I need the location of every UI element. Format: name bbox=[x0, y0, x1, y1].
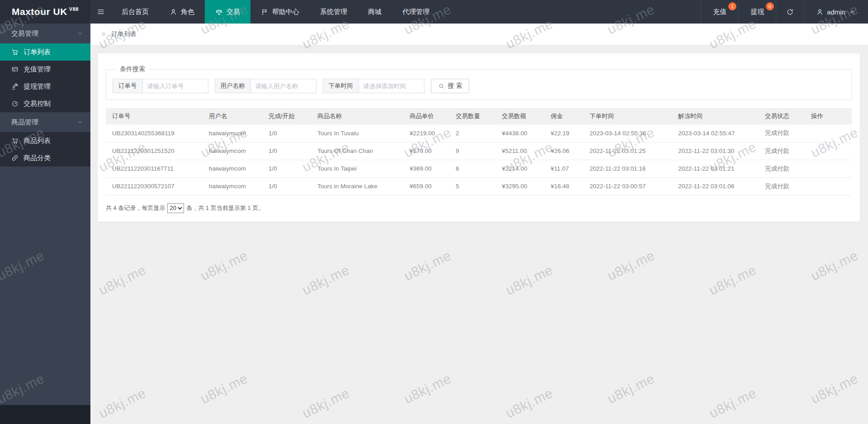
nav-item-label: 后台首页 bbox=[122, 8, 149, 16]
nav-item-系统管理[interactable]: 系统管理 bbox=[310, 0, 358, 24]
table-cell: 2022-11-22 03:01:06 bbox=[672, 177, 759, 195]
watermark: u8kj.me bbox=[401, 248, 454, 284]
table-cell: 2 bbox=[449, 124, 495, 142]
refresh-icon bbox=[786, 8, 794, 16]
scales-icon bbox=[215, 8, 223, 16]
table-cell bbox=[805, 177, 852, 195]
flag-icon bbox=[261, 8, 269, 16]
table-cell: 完成付款 bbox=[759, 177, 805, 195]
column-header: 完成/开始 bbox=[262, 108, 311, 124]
search-input-下单时间[interactable] bbox=[359, 79, 425, 93]
search-input-订单号[interactable] bbox=[142, 79, 208, 93]
watermark: u8kj.me bbox=[300, 385, 352, 421]
top-bar: Maxtour UKV88 后台首页角色交易帮助中心系统管理商城代理管理 充值 … bbox=[0, 0, 868, 24]
table-row: UB2211220301251520haiwaiymcom1/0Tours Of… bbox=[106, 142, 852, 160]
table-cell: ¥5211.00 bbox=[495, 142, 544, 160]
top-nav: 后台首页角色交易帮助中心系统管理商城代理管理 bbox=[111, 0, 440, 24]
cart-icon bbox=[11, 137, 19, 144]
sidebar-item-充值管理[interactable]: 充值管理 bbox=[0, 61, 90, 78]
app-logo: Maxtour UKV88 bbox=[0, 0, 90, 24]
sidebar-item-label: 充值管理 bbox=[24, 65, 51, 74]
sidebar-footer bbox=[0, 405, 90, 424]
table-cell: Tours Of Chan Chan bbox=[311, 142, 403, 160]
pagination-suffix: 条，共 1 页当前显示第 1 页。 bbox=[186, 204, 264, 212]
sidebar-item-商品分类[interactable]: 商品分类 bbox=[0, 149, 90, 167]
table-cell: haiwaiymcom bbox=[203, 142, 262, 160]
double-chevron-icon bbox=[100, 31, 107, 38]
table-cell: ¥3295.00 bbox=[495, 177, 544, 195]
gavel-icon bbox=[11, 83, 19, 90]
watermark: u8kj.me bbox=[401, 371, 454, 407]
search-button-label: 搜 索 bbox=[448, 82, 462, 90]
search-panel-title: 条件搜索 bbox=[116, 65, 149, 73]
watermark: u8kj.me bbox=[198, 248, 250, 284]
table-cell: haiwaiymcom bbox=[203, 124, 262, 142]
table-cell: UB2303140255368119 bbox=[106, 124, 203, 142]
search-icon bbox=[438, 83, 445, 90]
search-row: 订单号用户名称下单时间 搜 索 bbox=[113, 79, 845, 93]
watermark: u8kj.me bbox=[198, 371, 250, 407]
table-cell: 6 bbox=[449, 160, 495, 177]
table-cell: ¥369.00 bbox=[403, 160, 449, 177]
table-cell: 2022-11-22 03:00:57 bbox=[583, 177, 672, 195]
per-page-select[interactable]: 20 bbox=[167, 203, 184, 213]
table-cell: UB2211220300572107 bbox=[106, 177, 203, 195]
nav-item-后台首页[interactable]: 后台首页 bbox=[111, 0, 159, 24]
nav-item-角色[interactable]: 角色 bbox=[159, 0, 205, 24]
sidebar-item-提现管理[interactable]: 提现管理 bbox=[0, 78, 90, 95]
watermark: u8kj.me bbox=[707, 385, 759, 421]
table-cell: 1/0 bbox=[262, 177, 311, 195]
chevron-up-icon bbox=[849, 8, 856, 16]
card-icon bbox=[11, 66, 19, 73]
watermark: u8kj.me bbox=[96, 385, 149, 421]
refresh-button[interactable] bbox=[776, 0, 804, 24]
nav-item-label: 交易 bbox=[226, 8, 240, 16]
nav-item-label: 帮助中心 bbox=[272, 8, 299, 16]
link-icon bbox=[11, 154, 19, 162]
table-cell: haiwaiymcom bbox=[203, 177, 262, 195]
page-title: 订单列表 bbox=[111, 30, 137, 38]
content-card: 条件搜索 订单号用户名称下单时间 搜 索 订单号用户名完成/开始商品名称商品单价… bbox=[98, 53, 860, 222]
nav-item-商城[interactable]: 商城 bbox=[358, 0, 392, 24]
user-menu[interactable]: admin bbox=[804, 0, 868, 24]
nav-item-代理管理[interactable]: 代理管理 bbox=[392, 0, 440, 24]
column-header: 交易数额 bbox=[495, 108, 544, 124]
sidebar-item-商品列表[interactable]: 商品列表 bbox=[0, 132, 90, 149]
table-cell: haiwaiymcom bbox=[203, 160, 262, 177]
nav-item-label: 系统管理 bbox=[320, 8, 347, 16]
sidebar-item-交易控制[interactable]: 交易控制 bbox=[0, 95, 90, 112]
sidebar-group-商品管理[interactable]: 商品管理 bbox=[0, 112, 90, 132]
withdraw-badge: 0 bbox=[766, 2, 774, 10]
nav-item-帮助中心[interactable]: 帮助中心 bbox=[250, 0, 310, 24]
table-cell: 完成付款 bbox=[759, 124, 805, 142]
table-cell: ¥2219.00 bbox=[403, 124, 449, 142]
sidebar-group-label: 商品管理 bbox=[11, 118, 38, 127]
column-header: 交易状态 bbox=[759, 108, 805, 124]
username: admin bbox=[827, 8, 845, 16]
nav-item-交易[interactable]: 交易 bbox=[205, 0, 250, 24]
table-cell: 5 bbox=[449, 177, 495, 195]
table-cell: 完成付款 bbox=[759, 160, 805, 177]
logo-version: V88 bbox=[69, 6, 79, 12]
withdraw-button[interactable]: 提现 0 bbox=[738, 0, 776, 24]
table-cell bbox=[805, 124, 852, 142]
search-button[interactable]: 搜 索 bbox=[431, 79, 470, 93]
user-icon bbox=[816, 8, 824, 16]
topbar-right: 充值 1 提现 0 admin bbox=[701, 0, 868, 24]
nav-item-label: 代理管理 bbox=[402, 8, 429, 16]
sidebar-item-订单列表[interactable]: 订单列表 bbox=[0, 43, 90, 61]
recharge-button[interactable]: 充值 1 bbox=[701, 0, 738, 24]
search-input-用户名称[interactable] bbox=[250, 79, 316, 93]
sidebar-group-交易管理[interactable]: 交易管理 bbox=[0, 24, 90, 43]
table-cell: 1/0 bbox=[262, 124, 311, 142]
watermark: u8kj.me bbox=[503, 385, 556, 421]
table-cell: 2023-03-14 02:55:47 bbox=[672, 124, 759, 142]
sidebar: 交易管理订单列表充值管理提现管理交易控制商品管理商品列表商品分类 bbox=[0, 24, 90, 424]
sidebar-toggle-button[interactable] bbox=[90, 0, 111, 24]
table-cell: ¥22.19 bbox=[544, 124, 583, 142]
sidebar-item-label: 订单列表 bbox=[24, 48, 51, 57]
watermark: u8kj.me bbox=[808, 371, 861, 407]
table-body: UB2303140255368119haiwaiymcom1/0Tours In… bbox=[106, 124, 852, 195]
table-cell: 2022-11-22 03:01:30 bbox=[672, 142, 759, 160]
table-cell: ¥11.07 bbox=[544, 160, 583, 177]
